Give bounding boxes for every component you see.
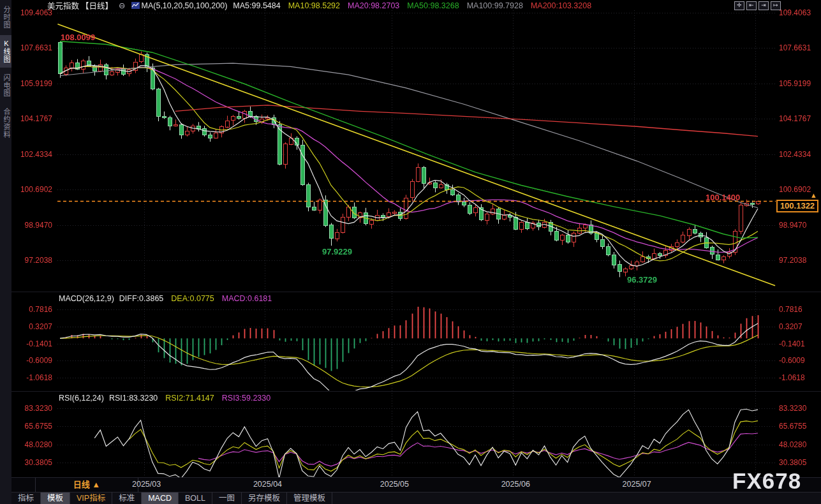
- toolbar-button-4[interactable]: MACD: [142, 493, 179, 504]
- pan-right-icon[interactable]: ⇥: [758, 1, 769, 10]
- rsi-header: RSI(6,12,24) RSI1:83.3230 RSI2:71.4147 R…: [59, 394, 270, 403]
- collapse-icon[interactable]: ⊖: [119, 1, 125, 10]
- layout-grid-icon[interactable]: ✛: [734, 1, 744, 10]
- macd-axis-label-left-1: 0.3207: [9, 322, 52, 331]
- toolbar-button-7[interactable]: 另存模板: [242, 493, 287, 504]
- sidebar: 分时图K线图闪电图合约资料: [0, 0, 11, 504]
- bottom-toolbar: 指标模板VIP指标标准MACDBOLL一图另存模板管理模板: [11, 492, 821, 504]
- date-label-2025/05: 2025/05: [374, 480, 415, 489]
- header-ma-value-0: MA5:99.5484: [233, 1, 280, 10]
- price-axis-label-left-7: 97.2038: [9, 256, 52, 265]
- period-selector-button[interactable]: 日线 ▲: [35, 478, 138, 492]
- price-axis-label-left-1: 107.6631: [9, 43, 52, 52]
- price-axis-label-right-4: 102.4334: [779, 150, 821, 159]
- macd-axis-label-right-3: -0.6009: [779, 356, 821, 365]
- rsi-axis-label-left-0: 83.3230: [9, 404, 52, 413]
- annotation-july-low: 96.3729: [627, 275, 657, 285]
- price-axis-label-left-3: 104.1767: [9, 114, 52, 123]
- watermark: FX678: [732, 468, 801, 494]
- macd-axis-label-left-0: 0.7816: [9, 305, 52, 314]
- date-label-2025/04: 2025/04: [247, 480, 288, 489]
- header-ma-value-5: MA200:103.3208: [531, 1, 591, 10]
- ma-group-label: MA(5,10,20,50,100,200): [142, 1, 228, 10]
- price-axis-label-right-7: 97.2038: [779, 256, 821, 265]
- pan-left-icon[interactable]: ⇤: [746, 1, 757, 10]
- sidebar-item-0[interactable]: 分时图: [0, 1, 11, 33]
- header-ma-value-3: MA50:98.3268: [407, 1, 459, 10]
- macd-axis-label-right-0: 0.7816: [779, 305, 821, 314]
- date-label-2025/07: 2025/07: [616, 480, 657, 489]
- rsi1-value: RSI1:83.3230: [109, 394, 158, 403]
- toolbar-button-8[interactable]: 管理模板: [287, 493, 332, 504]
- macd-axis-label-right-4: -1.0618: [779, 373, 821, 382]
- macd-axis-label-left-4: -1.0618: [9, 373, 52, 382]
- sidebar-item-2[interactable]: 闪电图: [0, 70, 11, 101]
- rsi-axis-label-right-2: 48.0280: [779, 440, 821, 449]
- rsi-axis-label-left-1: 65.6755: [9, 422, 52, 431]
- header-ma-value-2: MA20:98.2703: [348, 1, 399, 10]
- chart-app: 分时图K线图闪电图合约资料 美元指数 【日线】 ⊖ MA(5,10,20,50,…: [0, 0, 821, 504]
- macd-axis-label-right-2: -0.1401: [779, 339, 821, 348]
- price-axis-label-right-0: 109.4063: [779, 8, 821, 17]
- scroll-to-latest-icon[interactable]: ▲: [810, 191, 817, 199]
- sidebar-item-1[interactable]: K线图: [0, 35, 11, 68]
- date-label-2025/06: 2025/06: [495, 480, 536, 489]
- rsi-axis-label-right-0: 83.3230: [779, 404, 821, 413]
- mini-chart-icon: [131, 2, 140, 9]
- ma-values: MA5:99.5484MA10:98.5292MA20:98.2703MA50:…: [233, 1, 591, 10]
- chart-header: 美元指数 【日线】 ⊖ MA(5,10,20,50,100,200) MA5:9…: [47, 1, 591, 10]
- macd-axis-label-left-2: -0.1401: [9, 339, 52, 348]
- macd-dea-value: DEA:0.0775: [171, 294, 214, 303]
- price-axis-label-left-0: 109.4063: [9, 8, 52, 17]
- toolbar-button-0[interactable]: 指标: [11, 493, 41, 504]
- toolbar-button-5[interactable]: BOLL: [179, 493, 212, 504]
- rsi-title: RSI(6,12,24): [59, 394, 104, 403]
- macd-header: MACD(26,12,9) DIFF:0.3865 DEA:0.0775 MAC…: [59, 294, 272, 303]
- last-price-tag: 100.1322: [776, 200, 818, 212]
- top-right-tools: ✛⇤⇥↦: [734, 1, 781, 10]
- macd-title: MACD(26,12,9): [59, 294, 114, 303]
- price-axis-label-right-1: 107.6631: [779, 43, 821, 52]
- price-axis-label-left-4: 102.4334: [9, 150, 52, 159]
- toolbar-button-6[interactable]: 一图: [212, 493, 242, 504]
- sidebar-item-3[interactable]: 合约资料: [0, 103, 11, 143]
- rsi3-value: RSI3:59.2330: [222, 394, 270, 403]
- macd-axis-label-left-3: -0.6009: [9, 356, 52, 365]
- price-axis-label-left-2: 105.9199: [9, 79, 52, 88]
- macd-macd-value: MACD:0.6181: [222, 294, 272, 303]
- date-label-2025/03: 2025/03: [126, 480, 167, 489]
- rsi-axis-label-right-1: 65.6755: [779, 422, 821, 431]
- time-axis-bar: 日线 ▲ 2025/032025/042025/052025/062025/07: [11, 477, 821, 493]
- collapse-panel-icon[interactable]: ↦: [771, 1, 781, 10]
- toolbar-button-1[interactable]: 模板: [41, 493, 70, 504]
- price-axis-label-right-6: 98.9470: [779, 221, 821, 230]
- macd-diff-value: DIFF:0.3865: [119, 294, 163, 303]
- header-ma-value-4: MA100:99.7928: [467, 1, 523, 10]
- rsi-axis-label-left-2: 48.0280: [9, 440, 52, 449]
- symbol-title: 美元指数: [47, 0, 79, 11]
- toolbar-button-3[interactable]: 标准: [112, 493, 142, 504]
- price-axis-label-left-6: 98.9470: [9, 221, 52, 230]
- rsi-axis-label-right-3: 30.3805: [779, 458, 821, 467]
- candlestick-chart[interactable]: [0, 0, 821, 504]
- annotation-april-low: 97.9229: [322, 247, 352, 256]
- toolbar-button-2[interactable]: VIP指标: [70, 493, 112, 504]
- period-tag: 【日线】: [81, 0, 113, 11]
- price-axis-label-right-3: 104.1767: [779, 114, 821, 123]
- annotation-recent-high: 100.1400: [706, 193, 740, 202]
- rsi-axis-label-left-3: 30.3805: [9, 458, 52, 467]
- price-axis-label-left-5: 100.6902: [9, 185, 52, 194]
- rsi2-value: RSI2:71.4147: [165, 394, 214, 403]
- header-ma-value-1: MA10:98.5292: [288, 1, 340, 10]
- macd-axis-label-right-1: 0.3207: [779, 322, 821, 331]
- price-axis-label-right-2: 105.9199: [779, 79, 821, 88]
- annotation-period-high: 108.0099: [61, 33, 95, 42]
